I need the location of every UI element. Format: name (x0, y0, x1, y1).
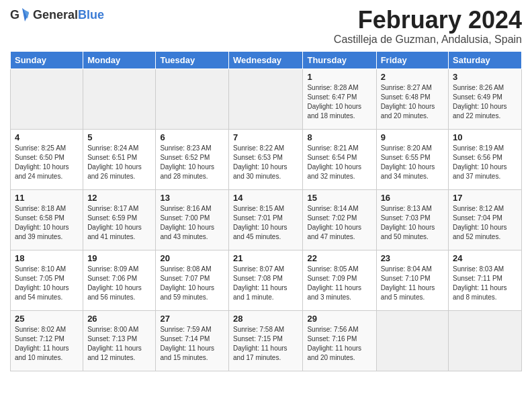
day-cell (376, 310, 448, 371)
day-info: Sunrise: 7:59 AM Sunset: 7:14 PM Dayligh… (160, 325, 224, 363)
day-number: 2 (381, 72, 444, 82)
day-cell: 18Sunrise: 8:10 AM Sunset: 7:05 PM Dayli… (11, 250, 83, 310)
day-number: 28 (233, 314, 298, 324)
day-info: Sunrise: 7:58 AM Sunset: 7:15 PM Dayligh… (233, 325, 298, 363)
day-cell: 14Sunrise: 8:15 AM Sunset: 7:01 PM Dayli… (229, 189, 303, 250)
day-cell: 23Sunrise: 8:04 AM Sunset: 7:10 PM Dayli… (376, 250, 448, 310)
day-cell (449, 310, 522, 371)
day-cell: 1Sunrise: 8:28 AM Sunset: 6:47 PM Daylig… (303, 68, 376, 129)
day-header-monday: Monday (83, 51, 156, 68)
logo-icon: G (10, 7, 30, 23)
day-cell (83, 68, 156, 129)
day-info: Sunrise: 7:56 AM Sunset: 7:16 PM Dayligh… (307, 325, 371, 363)
day-info: Sunrise: 8:24 AM Sunset: 6:51 PM Dayligh… (87, 144, 151, 181)
day-info: Sunrise: 8:03 AM Sunset: 7:11 PM Dayligh… (453, 265, 517, 302)
day-number: 6 (160, 132, 224, 142)
day-info: Sunrise: 8:19 AM Sunset: 6:56 PM Dayligh… (453, 144, 517, 181)
day-cell: 19Sunrise: 8:09 AM Sunset: 7:06 PM Dayli… (83, 250, 156, 310)
day-cell: 2Sunrise: 8:27 AM Sunset: 6:48 PM Daylig… (376, 68, 448, 129)
day-cell: 27Sunrise: 7:59 AM Sunset: 7:14 PM Dayli… (156, 310, 229, 371)
day-header-sunday: Sunday (11, 51, 83, 68)
day-info: Sunrise: 8:23 AM Sunset: 6:52 PM Dayligh… (160, 144, 224, 181)
day-number: 23 (381, 253, 444, 263)
day-info: Sunrise: 8:26 AM Sunset: 6:49 PM Dayligh… (453, 83, 517, 121)
day-cell: 29Sunrise: 7:56 AM Sunset: 7:16 PM Dayli… (303, 310, 376, 371)
day-info: Sunrise: 8:05 AM Sunset: 7:09 PM Dayligh… (307, 265, 371, 302)
day-number: 13 (160, 193, 224, 203)
day-cell: 26Sunrise: 8:00 AM Sunset: 7:13 PM Dayli… (83, 310, 156, 371)
day-cell: 11Sunrise: 8:18 AM Sunset: 6:58 PM Dayli… (11, 189, 83, 250)
day-cell: 6Sunrise: 8:23 AM Sunset: 6:52 PM Daylig… (156, 129, 229, 189)
day-number: 14 (233, 193, 298, 203)
day-info: Sunrise: 8:15 AM Sunset: 7:01 PM Dayligh… (233, 204, 298, 242)
day-cell: 10Sunrise: 8:19 AM Sunset: 6:56 PM Dayli… (449, 129, 522, 189)
day-info: Sunrise: 8:00 AM Sunset: 7:13 PM Dayligh… (87, 325, 151, 363)
day-info: Sunrise: 8:13 AM Sunset: 7:03 PM Dayligh… (381, 204, 444, 242)
week-row-3: 11Sunrise: 8:18 AM Sunset: 6:58 PM Dayli… (11, 189, 522, 250)
day-number: 20 (160, 253, 224, 263)
day-cell: 28Sunrise: 7:58 AM Sunset: 7:15 PM Dayli… (229, 310, 303, 371)
day-info: Sunrise: 8:14 AM Sunset: 7:02 PM Dayligh… (307, 204, 371, 242)
day-cell: 3Sunrise: 8:26 AM Sunset: 6:49 PM Daylig… (449, 68, 522, 129)
day-info: Sunrise: 8:16 AM Sunset: 7:00 PM Dayligh… (160, 204, 224, 242)
day-number: 25 (15, 314, 79, 324)
day-header-friday: Friday (376, 51, 448, 68)
day-info: Sunrise: 8:27 AM Sunset: 6:48 PM Dayligh… (381, 83, 444, 121)
day-header-tuesday: Tuesday (156, 51, 229, 68)
days-header-row: SundayMondayTuesdayWednesdayThursdayFrid… (11, 51, 522, 68)
day-number: 9 (381, 132, 444, 142)
day-cell (11, 68, 83, 129)
day-cell: 4Sunrise: 8:25 AM Sunset: 6:50 PM Daylig… (11, 129, 83, 189)
day-number: 27 (160, 314, 224, 324)
day-cell: 20Sunrise: 8:08 AM Sunset: 7:07 PM Dayli… (156, 250, 229, 310)
location-title: Castilleja de Guzman, Andalusia, Spain (334, 34, 522, 46)
day-cell: 15Sunrise: 8:14 AM Sunset: 7:02 PM Dayli… (303, 189, 376, 250)
day-number: 18 (15, 253, 79, 263)
day-header-saturday: Saturday (449, 51, 522, 68)
day-number: 16 (381, 193, 444, 203)
day-info: Sunrise: 8:18 AM Sunset: 6:58 PM Dayligh… (15, 204, 79, 242)
day-cell (156, 68, 229, 129)
week-row-5: 25Sunrise: 8:02 AM Sunset: 7:12 PM Dayli… (11, 310, 522, 371)
day-number: 5 (87, 132, 151, 142)
week-row-4: 18Sunrise: 8:10 AM Sunset: 7:05 PM Dayli… (11, 250, 522, 310)
day-number: 19 (87, 253, 151, 263)
day-cell: 24Sunrise: 8:03 AM Sunset: 7:11 PM Dayli… (449, 250, 522, 310)
day-info: Sunrise: 8:10 AM Sunset: 7:05 PM Dayligh… (15, 265, 79, 302)
logo-general: General (33, 8, 78, 21)
day-cell: 21Sunrise: 8:07 AM Sunset: 7:08 PM Dayli… (229, 250, 303, 310)
day-cell: 12Sunrise: 8:17 AM Sunset: 6:59 PM Dayli… (83, 189, 156, 250)
day-cell: 7Sunrise: 8:22 AM Sunset: 6:53 PM Daylig… (229, 129, 303, 189)
day-number: 1 (307, 72, 371, 82)
logo-blue: Blue (78, 8, 104, 21)
day-number: 12 (87, 193, 151, 203)
day-number: 22 (307, 253, 371, 263)
day-info: Sunrise: 8:25 AM Sunset: 6:50 PM Dayligh… (15, 144, 79, 181)
day-cell: 5Sunrise: 8:24 AM Sunset: 6:51 PM Daylig… (83, 129, 156, 189)
day-cell: 8Sunrise: 8:21 AM Sunset: 6:54 PM Daylig… (303, 129, 376, 189)
day-number: 29 (307, 314, 371, 324)
day-info: Sunrise: 8:08 AM Sunset: 7:07 PM Dayligh… (160, 265, 224, 302)
week-row-2: 4Sunrise: 8:25 AM Sunset: 6:50 PM Daylig… (11, 129, 522, 189)
day-info: Sunrise: 8:09 AM Sunset: 7:06 PM Dayligh… (87, 265, 151, 302)
day-cell (229, 68, 303, 129)
day-info: Sunrise: 8:22 AM Sunset: 6:53 PM Dayligh… (233, 144, 298, 181)
day-number: 21 (233, 253, 298, 263)
day-info: Sunrise: 8:02 AM Sunset: 7:12 PM Dayligh… (15, 325, 79, 363)
day-info: Sunrise: 8:20 AM Sunset: 6:55 PM Dayligh… (381, 144, 444, 181)
day-number: 26 (87, 314, 151, 324)
day-number: 8 (307, 132, 371, 142)
day-number: 24 (453, 253, 517, 263)
day-number: 3 (453, 72, 517, 82)
day-info: Sunrise: 8:12 AM Sunset: 7:04 PM Dayligh… (453, 204, 517, 242)
day-number: 17 (453, 193, 517, 203)
svg-text:G: G (10, 8, 19, 21)
week-row-1: 1Sunrise: 8:28 AM Sunset: 6:47 PM Daylig… (11, 68, 522, 129)
day-cell: 25Sunrise: 8:02 AM Sunset: 7:12 PM Dayli… (11, 310, 83, 371)
day-cell: 17Sunrise: 8:12 AM Sunset: 7:04 PM Dayli… (449, 189, 522, 250)
title-area: February 2024 Castilleja de Guzman, Anda… (334, 7, 522, 46)
day-header-wednesday: Wednesday (229, 51, 303, 68)
day-number: 11 (15, 193, 79, 203)
day-number: 7 (233, 132, 298, 142)
day-number: 4 (15, 132, 79, 142)
